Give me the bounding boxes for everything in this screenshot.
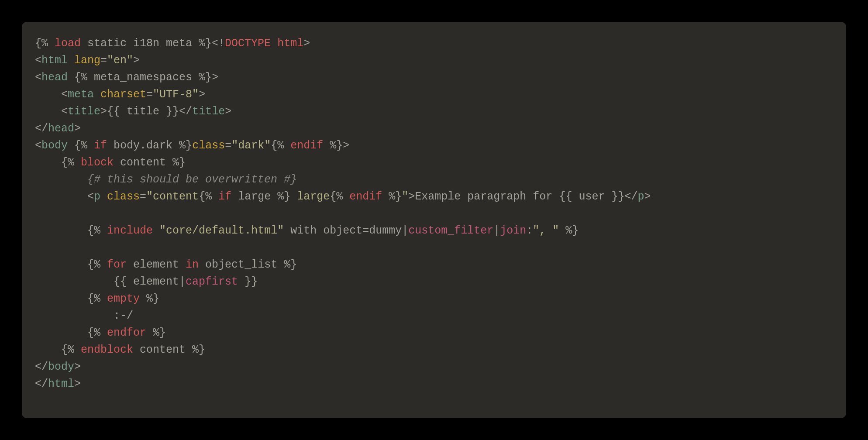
code-token: > xyxy=(199,88,205,101)
code-token: title xyxy=(192,105,225,118)
code-token xyxy=(317,224,323,237)
code-token xyxy=(68,71,74,84)
code-token: object xyxy=(323,224,362,237)
code-token: content xyxy=(133,344,192,356)
code-token: > xyxy=(100,105,107,118)
code-token xyxy=(35,258,87,271)
code-token: lang xyxy=(74,54,100,67)
code-token: content xyxy=(114,156,172,169)
code-token: </ xyxy=(179,105,192,118)
code-token xyxy=(35,190,87,203)
code-token: {% xyxy=(61,156,81,169)
code-token: capfirst xyxy=(186,275,238,288)
code-token: {% xyxy=(74,71,94,84)
code-token: "en" xyxy=(107,54,133,67)
code-token: {% xyxy=(35,37,55,50)
code-token: > xyxy=(74,378,81,390)
code-token xyxy=(35,224,87,237)
code-token: < xyxy=(35,71,41,84)
code-token: {{ xyxy=(559,190,579,203)
code-token: > xyxy=(74,122,81,135)
code-token: class xyxy=(192,139,225,152)
code-token: user xyxy=(579,190,605,203)
code-token xyxy=(35,275,114,288)
code-token: DOCTYPE html xyxy=(225,37,303,50)
code-token: if xyxy=(218,190,231,203)
code-token: join xyxy=(500,224,526,237)
code-token: if xyxy=(94,139,107,152)
code-block[interactable]: {% load static i18n meta %}<!DOCTYPE htm… xyxy=(35,35,833,392)
code-token: large xyxy=(290,190,330,203)
code-token: head xyxy=(41,71,68,84)
code-token: p xyxy=(94,190,100,203)
code-token: | xyxy=(493,224,500,237)
code-token: %} xyxy=(192,71,212,84)
code-token: element xyxy=(133,275,179,288)
code-token: {% xyxy=(74,139,94,152)
code-token: endif xyxy=(290,139,323,152)
code-token: > xyxy=(343,139,349,152)
code-token: > xyxy=(644,190,651,203)
code-token xyxy=(35,156,61,169)
code-token: }} xyxy=(159,105,179,118)
code-token: "core/default.html" xyxy=(159,224,284,237)
code-token: = xyxy=(140,190,146,203)
code-token: p xyxy=(637,190,644,203)
code-token xyxy=(35,105,61,118)
code-token: > xyxy=(212,71,218,84)
code-token: }} xyxy=(605,190,624,203)
code-token: %} xyxy=(382,190,402,203)
code-token: < xyxy=(61,105,68,118)
code-token: include xyxy=(107,224,153,237)
code-token: dummy xyxy=(369,224,402,237)
code-token: %} xyxy=(192,344,205,356)
code-token: = xyxy=(146,88,153,101)
code-token: = xyxy=(362,224,369,237)
code-token: large xyxy=(231,190,277,203)
code-token xyxy=(153,224,159,237)
code-token: ", " xyxy=(533,224,559,237)
code-token: %} xyxy=(284,258,297,271)
code-token: {# this should be overwritten #} xyxy=(87,173,297,186)
code-token: {% xyxy=(330,190,349,203)
code-token: %} xyxy=(559,224,579,237)
code-token xyxy=(35,292,87,305)
code-token: {% xyxy=(87,327,107,339)
code-token xyxy=(94,88,100,101)
code-token xyxy=(68,139,74,152)
code-token: title xyxy=(68,105,100,118)
code-token: <! xyxy=(212,37,225,50)
code-token xyxy=(68,54,74,67)
code-token: < xyxy=(35,54,41,67)
code-token: :-/ xyxy=(114,309,133,322)
code-token: %} xyxy=(172,156,186,169)
code-token: </ xyxy=(35,361,48,373)
code-token: Example paragraph for xyxy=(415,190,559,203)
code-token: {{ xyxy=(107,105,127,118)
code-token: < xyxy=(35,139,41,152)
code-token: object_list xyxy=(199,258,284,271)
code-token: load xyxy=(55,37,81,50)
code-token: endfor xyxy=(107,327,146,339)
code-token xyxy=(35,88,61,101)
code-token: %} xyxy=(199,37,212,50)
code-token: %} xyxy=(277,190,290,203)
code-token: body xyxy=(48,361,74,373)
code-token xyxy=(100,190,107,203)
code-token: block xyxy=(81,156,114,169)
code-token: > xyxy=(303,37,310,50)
code-token: </ xyxy=(35,378,48,390)
code-token: endblock xyxy=(81,344,133,356)
code-token: {% xyxy=(61,344,81,356)
code-token: charset xyxy=(100,88,146,101)
code-token: > xyxy=(408,190,415,203)
code-token: < xyxy=(61,88,68,101)
code-token: meta_namespaces xyxy=(94,71,192,84)
code-token: %} xyxy=(323,139,343,152)
code-token: in xyxy=(186,258,199,271)
code-token: %} xyxy=(140,292,159,305)
code-token: with xyxy=(290,224,317,237)
code-token xyxy=(35,327,87,339)
code-editor-panel: {% load static i18n meta %}<!DOCTYPE htm… xyxy=(22,22,846,418)
code-token: {% xyxy=(87,258,107,271)
